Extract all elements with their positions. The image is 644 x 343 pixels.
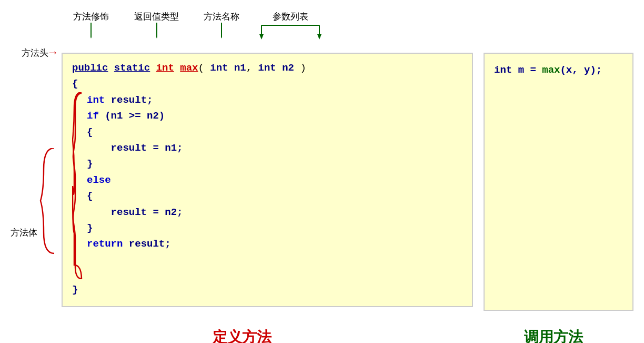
n1-param: n1 — [234, 62, 246, 74]
code-box: public static int max( int n1, int n2 ) … — [62, 53, 473, 307]
public-keyword: public — [72, 62, 108, 74]
return-type-label: 返回值类型 — [134, 11, 179, 23]
body-brace-container — [72, 92, 84, 282]
signature-line: public static int max( int n1, int n2 ) — [72, 60, 462, 76]
close-brace-line: } — [72, 282, 462, 298]
call-method-label: 调用方法 — [473, 327, 633, 343]
bottom-labels: 定义方法 调用方法 — [11, 327, 633, 343]
int-n2-keyword: int — [258, 62, 276, 74]
top-labels-row: 方法修饰 返回值类型 方法名称 参数列表 — [62, 11, 473, 53]
method-body-label: 方法体 — [11, 148, 56, 317]
modifier-label: 方法修饰 — [73, 11, 109, 23]
method-body-brace-icon — [39, 148, 56, 317]
return-type-arrow-icon — [156, 23, 157, 38]
define-method-label: 定义方法 — [11, 327, 473, 343]
method-head-label: 方法头 → — [22, 46, 56, 60]
right-code-box: int m = max(x, y); — [484, 53, 633, 311]
svg-marker-1 — [90, 33, 92, 38]
static-keyword: static — [114, 62, 150, 74]
modifier-arrow-icon — [90, 23, 92, 38]
param-list-label: 参数列表 — [273, 11, 308, 23]
svg-marker-3 — [156, 33, 157, 38]
body-lines: int result; if (n1 >= n2) { result = n1;… — [87, 92, 183, 282]
if-open-brace: { — [87, 124, 183, 140]
method-name-arrow-icon — [221, 23, 222, 38]
result-n1-line: result = n1; — [87, 140, 183, 156]
body-brace-icon — [72, 92, 84, 279]
int-result-line: int result; — [87, 92, 183, 108]
int-return-keyword: int — [156, 62, 174, 74]
method-name-label: 方法名称 — [204, 11, 239, 23]
max-keyword: max — [180, 62, 198, 74]
return-type-label-group: 返回值类型 — [134, 11, 179, 38]
method-head-text: 方法头 — [22, 47, 48, 59]
method-body-text: 方法体 — [11, 227, 37, 239]
body-section: int result; if (n1 >= n2) { result = n1;… — [72, 92, 462, 282]
right-code-line: int m = max(x, y); — [494, 64, 623, 76]
svg-marker-5 — [221, 33, 222, 38]
if-line: if (n1 >= n2) — [87, 108, 183, 124]
method-head-arrow: → — [49, 46, 56, 60]
result-n2-line: result = n2; — [87, 204, 183, 220]
open-brace-line: { — [72, 76, 462, 92]
modifier-label-group: 方法修饰 — [73, 11, 109, 38]
else-line: else — [87, 172, 183, 188]
int-n1-keyword: int — [210, 62, 228, 74]
if-close-brace: } — [87, 156, 183, 172]
method-name-label-group: 方法名称 — [204, 11, 239, 38]
else-open-brace: { — [87, 188, 183, 204]
n2-param: n2 — [282, 62, 294, 74]
else-close-brace: } — [87, 220, 183, 236]
svg-marker-10 — [317, 34, 321, 40]
param-list-bracket-icon — [256, 23, 325, 41]
svg-marker-9 — [259, 34, 264, 40]
param-list-label-group: 参数列表 — [256, 11, 325, 41]
right-section: int m = max(x, y); — [484, 11, 633, 311]
return-line: return result; — [87, 236, 183, 252]
side-labels: 方法头 → 方法体 — [11, 11, 56, 317]
